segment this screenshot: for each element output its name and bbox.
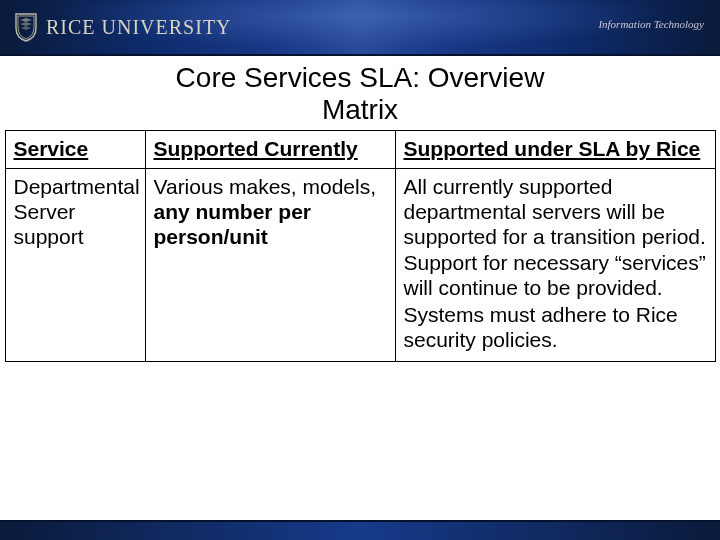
university-name: RICE UNIVERSITY [46, 16, 232, 39]
cell-currently-bold: any number per person/unit [154, 200, 312, 248]
cell-sla: All currently supported departmental ser… [395, 169, 715, 361]
header-supported-currently: Supported Currently [145, 131, 395, 169]
header-service: Service [5, 131, 145, 169]
page-title: Core Services SLA: Overview Matrix [0, 62, 720, 126]
shield-icon [14, 12, 38, 42]
cell-currently: Various makes, models, any number per pe… [145, 169, 395, 361]
bottom-bar [0, 520, 720, 540]
sla-matrix-table: Service Supported Currently Supported un… [5, 130, 716, 361]
cell-currently-prefix: Various makes, models, [154, 175, 377, 198]
title-line-2: Matrix [322, 94, 398, 125]
department-label: Information Technology [598, 18, 704, 30]
top-banner: RICE UNIVERSITY Information Technology [0, 0, 720, 56]
cell-service: Departmental Server support [5, 169, 145, 361]
table-row: Departmental Server support Various make… [5, 169, 715, 361]
slide: RICE UNIVERSITY Information Technology C… [0, 0, 720, 540]
logo-block: RICE UNIVERSITY [0, 12, 232, 42]
cell-sla-p1: All currently supported departmental ser… [404, 175, 707, 249]
header-supported-sla: Supported under SLA by Rice [395, 131, 715, 169]
title-line-1: Core Services SLA: Overview [176, 62, 545, 93]
cell-sla-p3: Systems must adhere to Rice security pol… [404, 303, 707, 353]
cell-sla-p2: Support for necessary “services” will co… [404, 251, 707, 301]
table-header-row: Service Supported Currently Supported un… [5, 131, 715, 169]
